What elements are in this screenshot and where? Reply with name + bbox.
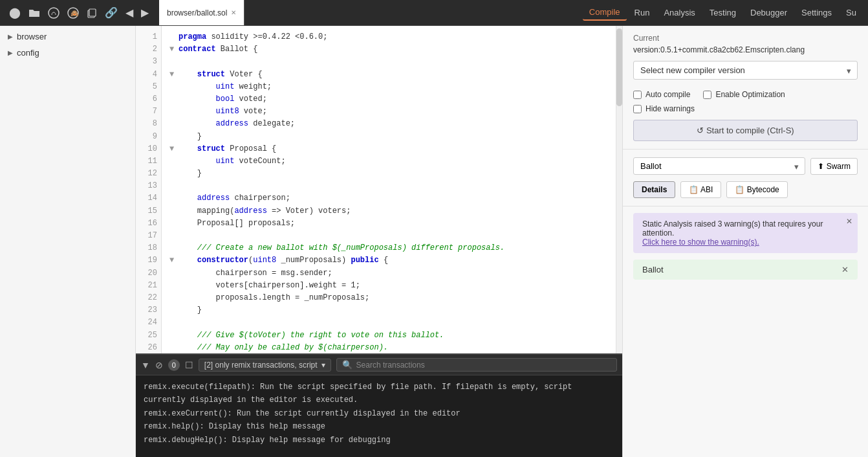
scroll-track[interactable] xyxy=(616,26,622,353)
console-count-icon[interactable]: 0 xyxy=(168,359,180,371)
action-buttons: Details 📋 ABI 📋 Bytecode xyxy=(633,181,858,198)
console-area: ▼ ⊘ 0 ☐ [2] only remix transactions, scr… xyxy=(136,353,622,457)
warning-close-icon[interactable]: ✕ xyxy=(846,217,852,226)
swarm-button[interactable]: ⬆ Swarm xyxy=(810,158,858,175)
folder-icon[interactable] xyxy=(28,8,40,17)
nav-tabs: Compile Run Analysis Testing Debugger Se… xyxy=(583,5,863,21)
auto-compile-label[interactable]: Auto compile xyxy=(633,90,690,99)
back-icon[interactable]: ◀ xyxy=(125,6,133,19)
enable-optimization-label[interactable]: Enable Optimization xyxy=(703,90,785,99)
enable-optimization-checkbox[interactable] xyxy=(703,91,711,99)
code-content[interactable]: pragma solidity >=0.4.22 <0.6.0;▼contrac… xyxy=(162,26,616,353)
ballot-deployed-label: Ballot xyxy=(642,265,664,274)
console-line: remix.debugHelp(): Display help message … xyxy=(144,434,614,447)
warning-banner: Static Analysis raised 3 warning(s) that… xyxy=(633,213,858,253)
hide-warnings-label[interactable]: Hide warnings xyxy=(633,104,858,113)
contract-select[interactable]: Ballot xyxy=(633,157,805,175)
compile-button[interactable]: ↺ Start to compile (Ctrl-S) xyxy=(633,120,858,141)
console-filter-dropdown[interactable]: [2] only remix transactions, script ▾ xyxy=(199,359,331,372)
sidebar-section-files: ▶ browser ▶ config xyxy=(0,26,135,63)
contract-select-wrapper: Ballot ▾ xyxy=(633,157,805,175)
current-version: version:0.5.1+commit.c8a2cb62.Emscripten… xyxy=(633,45,858,54)
line-numbers: 1234567891011121314151617181920212223242… xyxy=(136,26,162,353)
toolbar: ⬤ 🙈 🔗 ◀ ▶ browser/ballot.sol ✕ Compile R… xyxy=(0,0,868,26)
forward-icon[interactable]: ▶ xyxy=(141,6,149,19)
svg-rect-4 xyxy=(89,9,96,16)
tab-close-icon[interactable]: ✕ xyxy=(231,9,236,16)
hide-warnings-checkbox[interactable] xyxy=(633,105,642,113)
compile-section: Current version:0.5.1+commit.c8a2cb62.Em… xyxy=(623,26,868,150)
svg-point-0 xyxy=(49,8,59,18)
console-search-input[interactable] xyxy=(356,361,611,370)
browser-label: browser xyxy=(17,32,47,41)
tab-run[interactable]: Run xyxy=(628,5,656,20)
abi-button[interactable]: 📋 ABI xyxy=(680,181,721,198)
editor-inner: 1234567891011121314151617181920212223242… xyxy=(136,26,622,353)
right-panel: Current version:0.5.1+commit.c8a2cb62.Em… xyxy=(622,26,868,457)
console-line: remix.execute(filepath): Run the script … xyxy=(144,381,614,407)
home-icon[interactable]: ⬤ xyxy=(9,6,21,19)
tab-bar: browser/ballot.sol ✕ xyxy=(159,0,244,25)
console-search-box: 🔍 xyxy=(336,358,617,372)
sidebar: ▶ browser ▶ config xyxy=(0,26,136,457)
main-layout: ▶ browser ▶ config 123456789101112131415… xyxy=(0,26,868,457)
editor-container: 1234567891011121314151617181920212223242… xyxy=(136,26,622,457)
console-clear-icon[interactable]: ⊘ xyxy=(155,360,163,370)
config-arrow-icon: ▶ xyxy=(8,49,13,56)
config-label: config xyxy=(17,48,39,58)
tab-analysis[interactable]: Analysis xyxy=(657,5,701,20)
editor-tab[interactable]: browser/ballot.sol ✕ xyxy=(159,0,244,25)
contract-row: Ballot ▾ ⬆ Swarm xyxy=(633,157,858,175)
github2-icon[interactable]: 🙈 xyxy=(67,7,79,19)
console-filter-label: [2] only remix transactions, script xyxy=(204,361,318,370)
sidebar-item-config[interactable]: ▶ config xyxy=(0,45,135,61)
console-line: remix.help(): Display this help message xyxy=(144,420,614,433)
tab-debugger[interactable]: Debugger xyxy=(744,5,794,20)
tab-su[interactable]: Su xyxy=(840,5,863,20)
console-down-icon[interactable]: ▼ xyxy=(141,360,150,370)
tab-settings[interactable]: Settings xyxy=(795,5,838,20)
github-icon[interactable] xyxy=(48,7,60,19)
contract-section: Ballot ▾ ⬆ Swarm Details 📋 ABI 📋 Bytecod… xyxy=(623,150,868,206)
warning-text: Static Analysis raised 3 warning(s) that… xyxy=(642,219,823,238)
editor-area: 1234567891011121314151617181920212223242… xyxy=(136,26,622,353)
copy-icon[interactable] xyxy=(87,8,97,18)
scroll-thumb xyxy=(616,28,622,106)
console-toolbar: ▼ ⊘ 0 ☐ [2] only remix transactions, scr… xyxy=(136,355,622,375)
console-line: remix.exeCurrent(): Run the script curre… xyxy=(144,407,614,420)
console-filter-arrow: ▾ xyxy=(321,361,325,370)
ballot-deployed-item: Ballot ✕ xyxy=(633,260,858,280)
browser-arrow-icon: ▶ xyxy=(8,33,13,40)
console-search-icon: 🔍 xyxy=(342,360,353,370)
compiler-select[interactable]: Select new compiler version xyxy=(633,61,858,80)
sidebar-item-browser[interactable]: ▶ browser xyxy=(0,28,135,45)
tab-compile[interactable]: Compile xyxy=(583,5,627,21)
svg-text:🙈: 🙈 xyxy=(71,9,79,17)
details-button[interactable]: Details xyxy=(633,181,675,198)
console-output: remix.execute(filepath): Run the script … xyxy=(136,375,622,457)
compiler-select-wrapper: Select new compiler version ▾ xyxy=(633,61,858,80)
tab-label: browser/ballot.sol xyxy=(167,8,227,17)
warning-link[interactable]: Click here to show the warning(s). xyxy=(642,238,759,247)
tab-testing[interactable]: Testing xyxy=(703,5,743,20)
auto-compile-checkbox[interactable] xyxy=(633,91,642,99)
current-label: Current xyxy=(633,34,858,43)
bytecode-button[interactable]: 📋 Bytecode xyxy=(726,181,787,198)
ballot-close-icon[interactable]: ✕ xyxy=(841,265,849,274)
console-checkbox-icon[interactable]: ☐ xyxy=(185,360,193,370)
link-icon[interactable]: 🔗 xyxy=(105,6,118,19)
